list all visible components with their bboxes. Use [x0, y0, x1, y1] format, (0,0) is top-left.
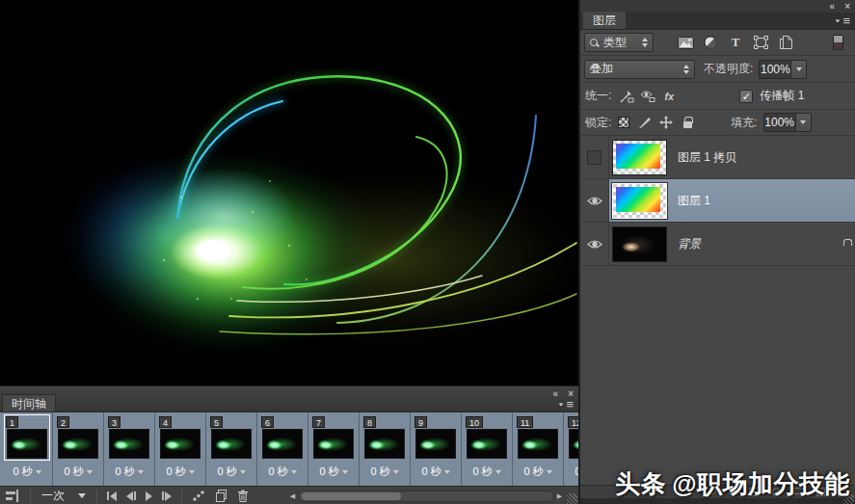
frame-thumbnail [467, 429, 507, 459]
fill-label: 填充: [731, 115, 757, 131]
previous-frame-button[interactable] [121, 488, 141, 504]
scroll-right-icon[interactable]: ▶ [554, 492, 565, 500]
visibility-toggle[interactable] [580, 179, 609, 222]
frame-duration-dropdown[interactable]: 0 秒 [523, 464, 551, 479]
blend-mode-dropdown[interactable]: 叠加 [584, 60, 695, 79]
visibility-eye-icon [587, 239, 602, 250]
filter-type-layers-icon[interactable]: T [725, 35, 746, 50]
timeline-collapse-icon[interactable]: « [553, 388, 559, 399]
scrollbar-track[interactable] [298, 491, 554, 502]
frame-number: 4 [159, 416, 172, 428]
filter-type-dropdown[interactable]: 类型 [584, 33, 654, 52]
animation-frames-strip: 1 0 秒 2 0 秒 3 0 秒 4 0 秒 5 0 秒 6 0 秒 [0, 412, 578, 486]
frame-thumbnail [109, 429, 149, 459]
watermark-text: 头条@职场加分技能 [615, 467, 850, 501]
frame-duration-dropdown[interactable]: 0 秒 [421, 464, 449, 479]
layer-name[interactable]: 图层 1 [678, 193, 710, 209]
filter-smart-objects-icon[interactable] [775, 36, 796, 49]
layer-thumbnail[interactable] [612, 140, 667, 175]
timeline-controls-bar: 一次 [0, 486, 578, 504]
timeline-panel-menu-icon[interactable]: ≡ [558, 400, 574, 410]
visibility-empty-well [587, 150, 601, 165]
frame-duration-dropdown[interactable]: 0 秒 [115, 464, 143, 479]
duplicate-frame-icon[interactable] [210, 488, 232, 504]
delete-frame-trash-icon[interactable] [232, 488, 254, 504]
frame-number: 10 [466, 416, 483, 428]
layers-empty-area [580, 266, 855, 485]
lock-pixels-brush-icon[interactable] [634, 116, 655, 129]
layers-panel-menu-icon[interactable]: ≡ [835, 16, 850, 26]
frame-duration-dropdown[interactable]: 0 秒 [217, 464, 245, 479]
visibility-eye-icon [587, 196, 602, 206]
animation-frame[interactable]: 1 0 秒 [2, 412, 53, 486]
animation-frame[interactable]: 5 0 秒 [206, 412, 257, 486]
lock-transparency-icon[interactable] [613, 117, 634, 128]
timeline-horizontal-scrollbar[interactable]: ◀ ▶ [287, 489, 565, 503]
frame-number: 1 [6, 416, 18, 428]
layer-name[interactable]: 背景 [678, 236, 701, 252]
animation-frame[interactable]: 12 0 秒 [564, 412, 578, 486]
frame-duration-dropdown[interactable]: 0 秒 [268, 464, 296, 479]
animation-frame[interactable]: 11 0 秒 [513, 412, 564, 486]
unify-row: 统一: fx ✓ 传播帧 1 [580, 83, 855, 110]
first-frame-button[interactable] [102, 488, 121, 504]
scrollbar-thumb[interactable] [302, 492, 401, 500]
layers-close-icon[interactable]: × [844, 1, 850, 12]
frame-duration-dropdown[interactable]: 0 秒 [472, 464, 500, 479]
unify-position-pin-icon[interactable] [616, 90, 637, 103]
frame-number: 6 [261, 416, 274, 428]
fill-dropdown-button[interactable] [796, 113, 812, 132]
frame-duration-dropdown[interactable]: 0 秒 [13, 464, 40, 479]
frame-thumbnail [364, 429, 405, 459]
fill-value[interactable]: 100% [763, 113, 796, 132]
scroll-left-icon[interactable]: ◀ [287, 492, 298, 500]
frame-duration-dropdown[interactable]: 0 秒 [166, 464, 194, 479]
layer-name[interactable]: 图层 1 拷贝 [678, 149, 736, 166]
next-frame-button[interactable] [157, 488, 176, 504]
filter-on-off-toggle[interactable] [833, 35, 843, 50]
frame-thumbnail [569, 429, 578, 459]
propagate-frame-checkbox[interactable]: ✓ [739, 90, 753, 103]
animation-frame[interactable]: 10 0 秒 [462, 412, 513, 486]
frame-thumbnail [262, 429, 303, 459]
document-canvas[interactable] [0, 0, 578, 385]
layers-panel: « × 图层 ≡ 类型 [578, 0, 855, 504]
opacity-dropdown-button[interactable] [791, 60, 807, 79]
unify-style-fx-icon[interactable]: fx [658, 91, 680, 102]
loop-count-dropdown[interactable]: 一次 [36, 489, 92, 504]
frame-duration-dropdown[interactable]: 0 秒 [64, 464, 92, 479]
frame-duration-dropdown[interactable]: 0 秒 [370, 464, 398, 479]
layer-row-selected[interactable]: 图层 1 [580, 179, 855, 223]
frame-number: 9 [414, 416, 427, 428]
visibility-toggle[interactable] [580, 136, 609, 178]
animation-frame[interactable]: 9 0 秒 [411, 412, 462, 486]
layer-thumbnail[interactable] [612, 226, 667, 262]
opacity-value[interactable]: 100% [759, 60, 791, 79]
layer-thumbnail[interactable] [612, 183, 667, 219]
play-animation-button[interactable] [141, 488, 157, 504]
lock-position-move-icon[interactable] [655, 116, 677, 129]
frame-duration-dropdown[interactable]: 0 秒 [319, 464, 347, 479]
animation-frame[interactable]: 3 0 秒 [104, 412, 155, 486]
tween-frames-icon[interactable] [187, 488, 210, 504]
animation-frame[interactable]: 8 0 秒 [360, 412, 411, 486]
tab-timeline[interactable]: 时间轴 [2, 394, 56, 411]
convert-to-video-timeline-icon[interactable] [0, 488, 25, 504]
frame-number: 3 [108, 416, 120, 428]
layers-collapse-icon[interactable]: « [830, 1, 836, 12]
animation-frame[interactable]: 7 0 秒 [308, 412, 360, 486]
filter-adjustment-layers-icon[interactable] [700, 36, 721, 49]
filter-pixel-layers-icon[interactable] [675, 37, 696, 49]
animation-frame[interactable]: 6 0 秒 [257, 412, 308, 486]
filter-shape-layers-icon[interactable] [750, 36, 771, 49]
visibility-toggle[interactable] [580, 223, 609, 265]
animation-frame[interactable]: 2 0 秒 [53, 412, 104, 486]
photoshop-window: « × 时间轴 ≡ 1 0 秒 2 0 秒 3 0 秒 4 0 秒 [0, 0, 855, 504]
layer-row-copy[interactable]: 图层 1 拷贝 [580, 136, 855, 179]
tab-layers[interactable]: 图层 [583, 12, 626, 29]
unify-visibility-eye-icon[interactable] [637, 90, 658, 102]
lock-all-padlock-icon[interactable] [677, 118, 698, 128]
layer-row-background[interactable]: 背景 [580, 223, 855, 266]
animation-frame[interactable]: 4 0 秒 [155, 412, 206, 486]
panel-resize-grip[interactable] [567, 493, 577, 504]
